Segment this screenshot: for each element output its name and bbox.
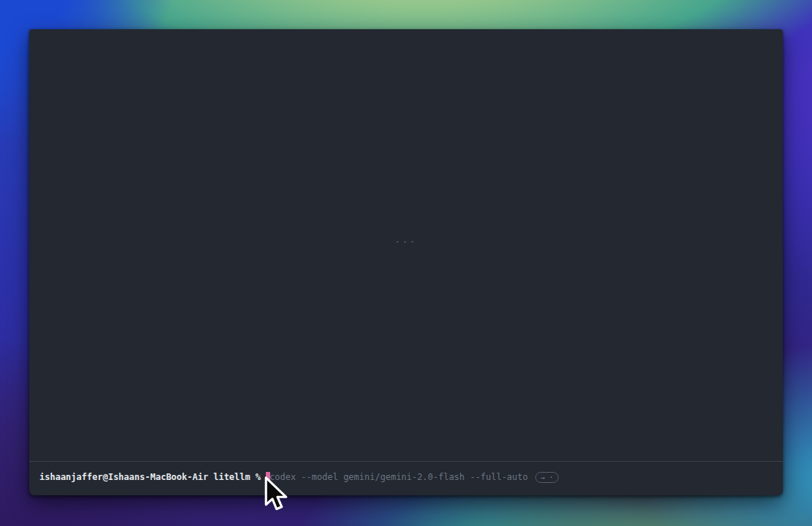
- autosuggestion-text: codex --model gemini/gemini-2.0-flash --…: [269, 471, 528, 484]
- loading-indicator: ···: [29, 237, 783, 247]
- terminal-window[interactable]: ··· ishaanjaffer@Ishaans-MacBook-Airlite…: [29, 29, 783, 495]
- prompt-symbol: %: [256, 471, 261, 484]
- prompt-user-host: ishaanjaffer@Ishaans-MacBook-Air: [39, 471, 208, 484]
- accept-suggestion-hint-badge: → ·: [535, 472, 559, 483]
- prompt-directory: litellm: [213, 471, 250, 484]
- terminal-divider: [29, 461, 783, 462]
- desktop-wallpaper: ··· ishaanjaffer@Ishaans-MacBook-Airlite…: [0, 0, 812, 526]
- terminal-prompt-line[interactable]: ishaanjaffer@Ishaans-MacBook-Airlitellm%…: [39, 471, 775, 484]
